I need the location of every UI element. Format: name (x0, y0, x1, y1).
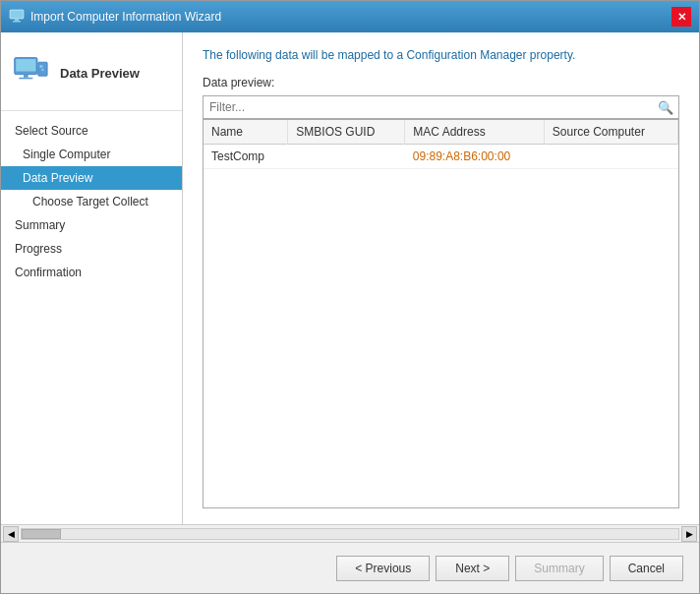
sidebar-item-single-computer[interactable]: Single Computer (1, 143, 182, 166)
svg-rect-4 (16, 59, 35, 71)
main-content: The following data will be mapped to a C… (183, 32, 699, 524)
sidebar-item-confirmation[interactable]: Confirmation (1, 261, 182, 284)
title-bar-left: Import Computer Information Wizard (9, 9, 221, 25)
table-header-row: Name SMBIOS GUID MAC Address Source Comp… (204, 120, 678, 145)
section-label: Data preview: (203, 76, 679, 89)
previous-button[interactable]: < Previous (336, 556, 430, 581)
svg-rect-2 (13, 21, 21, 23)
sidebar-item-summary[interactable]: Summary (1, 213, 182, 237)
svg-rect-5 (24, 75, 29, 78)
close-button[interactable]: ✕ (671, 7, 691, 27)
search-icon: 🔍 (658, 100, 673, 115)
info-message: The following data will be mapped to a C… (203, 48, 679, 62)
data-table-wrapper[interactable]: Name SMBIOS GUID MAC Address Source Comp… (203, 119, 679, 508)
col-header-mac: MAC Address (405, 120, 545, 145)
sidebar-item-select-source[interactable]: Select Source (1, 119, 182, 143)
cell-smbios (288, 145, 405, 169)
cancel-button[interactable]: Cancel (610, 556, 683, 581)
scroll-left-button[interactable]: ◀ (3, 526, 19, 542)
cell-source (544, 145, 677, 169)
title-bar: Import Computer Information Wizard ✕ (1, 1, 699, 32)
cell-mac: 09:89:A8:B6:00:00 (405, 145, 545, 169)
col-header-smbios: SMBIOS GUID (288, 120, 405, 145)
wizard-title-icon (9, 9, 25, 25)
data-table: Name SMBIOS GUID MAC Address Source Comp… (204, 120, 678, 169)
scroll-track[interactable] (21, 528, 679, 540)
sidebar-header-title: Data Preview (60, 66, 140, 81)
svg-point-9 (41, 69, 43, 71)
footer: < Previous Next > Summary Cancel (1, 542, 699, 593)
summary-button[interactable]: Summary (515, 556, 603, 581)
table-row[interactable]: TestComp 09:89:A8:B6:00:00 (204, 145, 678, 169)
horizontal-scrollbar[interactable]: ◀ ▶ (1, 524, 699, 542)
cell-name: TestComp (204, 145, 288, 169)
svg-rect-1 (15, 19, 19, 21)
sidebar-nav: Select Source Single Computer Data Previ… (1, 111, 182, 524)
next-button[interactable]: Next > (436, 556, 509, 581)
content-area: Data Preview Select Source Single Comput… (1, 32, 699, 524)
col-header-source: Source Computer (544, 120, 677, 145)
sidebar: Data Preview Select Source Single Comput… (1, 32, 183, 524)
scroll-thumb[interactable] (22, 529, 61, 539)
svg-rect-6 (19, 78, 32, 80)
filter-container: 🔍 (203, 95, 679, 119)
pc-icon (11, 56, 50, 90)
scroll-right-button[interactable]: ▶ (681, 526, 697, 542)
window-title: Import Computer Information Wizard (30, 10, 221, 24)
sidebar-item-data-preview[interactable]: Data Preview (1, 166, 182, 190)
svg-rect-8 (39, 65, 42, 67)
filter-input[interactable] (203, 95, 679, 119)
sidebar-item-progress[interactable]: Progress (1, 237, 182, 261)
wizard-window: Import Computer Information Wizard ✕ Da (0, 0, 700, 594)
sidebar-item-choose-target-collect[interactable]: Choose Target Collect (1, 190, 182, 213)
svg-rect-0 (10, 10, 24, 19)
col-header-name: Name (204, 120, 288, 145)
sidebar-header: Data Preview (1, 32, 182, 111)
